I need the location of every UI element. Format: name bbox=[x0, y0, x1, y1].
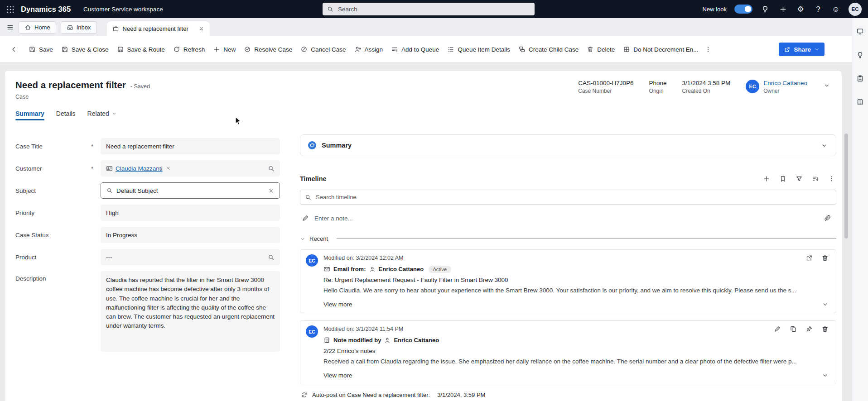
new-look-toggle[interactable] bbox=[734, 5, 752, 14]
entry-person: Enrico Cattaneo bbox=[379, 266, 424, 272]
command-label: Save bbox=[39, 46, 53, 53]
timeline-search-input[interactable] bbox=[315, 193, 831, 201]
save-route-icon bbox=[117, 46, 124, 53]
share-button[interactable]: Share bbox=[779, 43, 825, 56]
command-add-to-queue[interactable]: Add to Queue bbox=[387, 43, 443, 56]
subject-field[interactable]: Default Subject bbox=[101, 182, 280, 199]
home-icon bbox=[24, 24, 31, 31]
global-search[interactable] bbox=[323, 3, 535, 15]
agent-scripts-icon[interactable] bbox=[854, 72, 866, 84]
tab-summary[interactable]: Summary bbox=[15, 110, 44, 123]
delete-icon[interactable] bbox=[820, 325, 829, 334]
subject-search-icon bbox=[106, 187, 113, 194]
global-search-input[interactable] bbox=[337, 5, 530, 13]
command-cancel-case[interactable]: Cancel Case bbox=[296, 43, 350, 56]
product-search-icon[interactable] bbox=[268, 254, 275, 261]
command-save-close[interactable]: Save & Close bbox=[57, 43, 113, 56]
gear-icon[interactable]: ⚙ bbox=[796, 4, 805, 14]
customer-field[interactable]: Claudia Mazzanti bbox=[101, 160, 280, 177]
command-bar-items: SaveSave & CloseSave & RouteRefreshNewRe… bbox=[24, 43, 703, 56]
timeline-more-icon[interactable] bbox=[827, 174, 836, 183]
customer-card-icon[interactable] bbox=[854, 25, 866, 37]
edit-note-icon[interactable] bbox=[773, 325, 782, 334]
subject-value: Default Subject bbox=[116, 187, 158, 194]
back-button[interactable] bbox=[7, 43, 20, 56]
recent-group-toggle[interactable]: Recent bbox=[300, 235, 836, 242]
expand-entry-chevron-icon[interactable] bbox=[821, 300, 829, 309]
tab-active-case[interactable]: Need a replacement filter bbox=[107, 21, 210, 36]
priority-field[interactable]: High bbox=[101, 205, 280, 221]
tab-details[interactable]: Details bbox=[56, 110, 76, 123]
hamburger-menu-icon[interactable] bbox=[6, 24, 14, 31]
help-icon[interactable]: ? bbox=[813, 4, 823, 14]
workspace-title[interactable]: Customer Service workspace bbox=[83, 6, 163, 13]
attach-paperclip-icon[interactable] bbox=[823, 214, 832, 223]
command-save-route[interactable]: Save & Route bbox=[113, 43, 169, 56]
knowledge-search-icon[interactable] bbox=[854, 96, 866, 108]
smart-assist-icon[interactable] bbox=[854, 49, 866, 61]
command-assign[interactable]: Assign bbox=[350, 43, 387, 56]
status-badge: Active bbox=[429, 266, 451, 273]
product-field[interactable]: --- bbox=[101, 249, 280, 265]
case-status-label: Case Status bbox=[15, 232, 49, 239]
top-bar: Dynamics 365 Customer Service workspace … bbox=[0, 0, 868, 18]
command-resolve-case[interactable]: Resolve Case bbox=[240, 43, 296, 56]
contact-card-icon bbox=[106, 165, 113, 172]
timeline-filter-icon[interactable] bbox=[795, 174, 804, 183]
remove-customer-icon bbox=[165, 166, 171, 171]
close-tab-icon[interactable] bbox=[198, 26, 204, 32]
copy-icon[interactable] bbox=[789, 325, 798, 334]
owner-name-link[interactable]: Enrico Cattaneo bbox=[763, 80, 807, 86]
command-create-child-case[interactable]: Create Child Case bbox=[514, 43, 583, 56]
resolve-icon bbox=[244, 46, 251, 53]
remove-customer-icon[interactable] bbox=[165, 166, 171, 171]
summary-section-card[interactable]: Summary bbox=[300, 134, 836, 156]
tab-home[interactable]: Home bbox=[19, 21, 56, 33]
timeline-expand-entries-icon[interactable] bbox=[811, 174, 820, 183]
plus-icon[interactable] bbox=[778, 4, 788, 14]
timeline-bookmark-icon[interactable] bbox=[778, 174, 787, 183]
command-save[interactable]: Save bbox=[24, 43, 57, 56]
clear-subject-icon[interactable] bbox=[268, 188, 274, 194]
user-avatar[interactable]: EC bbox=[849, 3, 862, 16]
lightbulb-icon[interactable] bbox=[760, 4, 770, 14]
expand-entry-chevron-icon[interactable] bbox=[821, 371, 829, 380]
scrollbar-thumb[interactable] bbox=[844, 134, 848, 239]
overflow-more-icon[interactable] bbox=[703, 43, 714, 56]
chevron-down-icon bbox=[300, 236, 305, 242]
tab-inbox[interactable]: Inbox bbox=[61, 21, 97, 33]
collapse-header-chevron-icon[interactable] bbox=[823, 81, 831, 90]
delete-icon[interactable] bbox=[820, 253, 829, 263]
command-delete[interactable]: Delete bbox=[583, 43, 619, 56]
command-refresh[interactable]: Refresh bbox=[169, 43, 209, 56]
person-icon bbox=[369, 266, 376, 272]
chevron-down-icon bbox=[111, 111, 117, 116]
open-email-icon[interactable] bbox=[805, 253, 814, 263]
home-icon bbox=[24, 24, 31, 31]
view-more-link[interactable]: View more bbox=[323, 301, 352, 308]
timeline-filter-icon bbox=[796, 175, 803, 182]
timeline-expand-entries-icon bbox=[812, 175, 819, 182]
customer-search-icon[interactable] bbox=[268, 165, 275, 172]
command-new[interactable]: New bbox=[209, 43, 240, 56]
summary-chevron-icon[interactable] bbox=[820, 141, 829, 150]
timeline-add-icon[interactable] bbox=[762, 174, 771, 183]
case-title-field[interactable]: Need a replacement filter bbox=[101, 138, 280, 154]
command-do-not-decrement-en[interactable]: Do Not Decrement En... bbox=[619, 43, 702, 56]
product-value: --- bbox=[106, 254, 112, 261]
entry-modified-on: Modified on: 3/1/2024 11:54 PM bbox=[323, 326, 403, 332]
timeline-search[interactable] bbox=[300, 190, 836, 205]
customer-link[interactable]: Claudia Mazzanti bbox=[116, 165, 163, 172]
note-input[interactable] bbox=[313, 215, 818, 222]
pin-icon[interactable] bbox=[805, 325, 814, 334]
view-more-link[interactable]: View more bbox=[323, 372, 352, 379]
case-status-field[interactable]: In Progress bbox=[101, 227, 280, 243]
command-queue-item-details[interactable]: Queue Item Details bbox=[443, 43, 514, 56]
description-field[interactable]: Claudia has reported that the filter in … bbox=[101, 271, 280, 352]
note-composer[interactable] bbox=[300, 212, 836, 224]
tab-related[interactable]: Related bbox=[87, 110, 117, 123]
toggle-knob bbox=[745, 6, 751, 12]
waffle-menu-icon[interactable] bbox=[6, 5, 14, 13]
case-icon bbox=[112, 25, 119, 32]
feedback-smiley-icon[interactable]: ☺ bbox=[831, 4, 841, 14]
